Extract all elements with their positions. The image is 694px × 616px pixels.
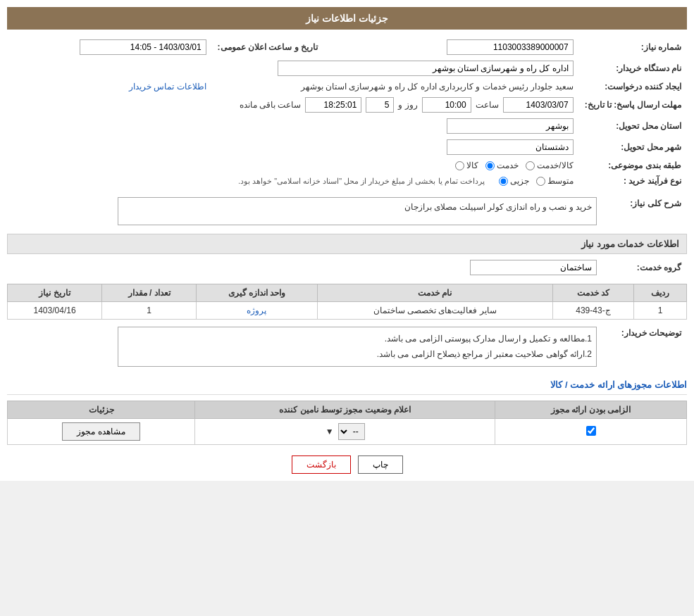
col-service-name: نام خدمت	[317, 284, 552, 302]
col-unit: واحد اندازه گیری	[197, 284, 318, 302]
purchase-type-option-jozii[interactable]: جزیی	[499, 176, 529, 186]
services-table-body: 1 ج-43-439 سایر فعالیت‌های تخصصی ساختمان…	[8, 302, 687, 320]
deadline-day-label: روز و	[398, 100, 417, 110]
row-need-number: شماره نیاز: تاریخ و ساعت اعلان عمومی:	[7, 37, 687, 58]
requester-link-cell: اطلاعات تماس خریدار	[7, 79, 212, 94]
need-number-input[interactable]	[447, 39, 574, 55]
permissions-header-row: الزامی بودن ارائه مجوز اعلام وضعیت مجوز …	[8, 401, 687, 419]
need-desc-value: خرید و نصب و راه اندازی کولر اسپیلت مصلا…	[7, 194, 602, 228]
services-data-table: ردیف کد خدمت نام خدمت واحد اندازه گیری ت…	[7, 284, 687, 320]
deadline-label: مهلت ارسال پاسخ: تا تاریخ:	[579, 94, 687, 115]
permissions-table-head: الزامی بودن ارائه مجوز اعلام وضعیت مجوز …	[8, 401, 687, 419]
page-title: جزئیات اطلاعات نیاز	[7, 7, 687, 30]
category-option-kala-khedmat-label: کالا/خدمت	[537, 161, 573, 170]
row-requester: ایجاد کننده درخواست: سعید جلودار رئیس خد…	[7, 79, 687, 94]
need-desc-text: خرید و نصب و راه اندازی کولر اسپیلت مصلا…	[404, 202, 592, 212]
purchase-type-note: پرداخت تمام یا بخشی از مبلغ خریدار از مح…	[238, 177, 485, 186]
buyer-org-label: نام دستگاه خریدار:	[579, 58, 687, 79]
perm-col-mandatory: الزامی بودن ارائه مجوز	[495, 401, 687, 419]
deadline-remaining-input[interactable]	[305, 97, 361, 113]
row-province: استان محل تحویل:	[7, 115, 687, 137]
category-option-kala[interactable]: کالا	[455, 161, 478, 170]
deadline-time-input[interactable]	[422, 97, 471, 113]
row-buyer-desc: توضیحات خریدار: 1.مطالعه و تکمیل و ارسال…	[7, 324, 687, 370]
city-input[interactable]	[447, 139, 574, 155]
permissions-table: الزامی بودن ارائه مجوز اعلام وضعیت مجوز …	[7, 401, 687, 445]
need-number-value	[323, 37, 579, 58]
table-row: 1 ج-43-439 سایر فعالیت‌های تخصصی ساختمان…	[8, 302, 687, 320]
dropdown-arrow-icon: ▼	[326, 427, 334, 436]
row-city: شهر محل تحویل:	[7, 137, 687, 158]
col-date: تاریخ نیاز	[8, 284, 102, 302]
page-wrapper: جزئیات اطلاعات نیاز شماره نیاز: تاریخ و …	[0, 0, 694, 481]
requester-link[interactable]: اطلاعات تماس خریدار	[129, 82, 206, 92]
permissions-table-body: -- ▼ مشاهده مجوز	[8, 419, 687, 445]
purchase-type-radio-jozii[interactable]	[499, 177, 508, 186]
category-option-khedmat[interactable]: خدمت	[485, 161, 519, 170]
purchase-type-motavasset-label: متوسط	[547, 176, 574, 186]
need-desc-table: شرح کلی نیاز: خرید و نصب و راه اندازی کو…	[7, 194, 687, 228]
deadline-date-input[interactable]	[503, 97, 574, 113]
service-group-table: گروه خدمت:	[7, 257, 687, 278]
deadline-day-input[interactable]	[366, 97, 394, 113]
buyer-org-value	[7, 58, 579, 79]
buyer-desc-line1: 1.مطالعه و تکمیل و ارسال مدارک پیوستی ال…	[123, 332, 592, 347]
buttons-row: چاپ بازگشت	[7, 455, 687, 474]
mandatory-checkbox[interactable]	[586, 426, 596, 436]
cell-quantity: 1	[102, 302, 197, 320]
buyer-desc-line2: 2.ارائه گواهی صلاحیت معتبر از مراجع ذیصل…	[123, 347, 592, 363]
deadline-values: ساعت روز و ساعت باقی مانده	[7, 94, 579, 115]
announce-date-value	[7, 37, 212, 58]
row-deadline: مهلت ارسال پاسخ: تا تاریخ: ساعت روز و سا…	[7, 94, 687, 115]
service-group-value	[7, 257, 602, 278]
service-group-input[interactable]	[470, 260, 597, 275]
col-quantity: تعداد / مقدار	[102, 284, 197, 302]
print-button[interactable]: چاپ	[358, 455, 403, 474]
category-option-kala-label: کالا	[466, 161, 478, 170]
perm-cell-mandatory	[495, 419, 687, 445]
row-category: طبقه بندی موضوعی: کالا/خدمت خدمت کالا	[7, 158, 687, 173]
purchase-type-option-motavasset[interactable]: متوسط	[536, 176, 574, 186]
view-permit-button[interactable]: مشاهده مجوز	[62, 422, 140, 441]
purchase-type-options: متوسط جزیی پرداخت تمام یا بخشی از مبلغ خ…	[7, 173, 579, 189]
cell-row-num: 1	[634, 302, 687, 320]
category-option-kala-khedmat[interactable]: کالا/خدمت	[526, 161, 573, 170]
province-label: استان محل تحویل:	[579, 115, 687, 137]
cell-date: 1403/04/16	[8, 302, 102, 320]
category-label: طبقه بندی موضوعی:	[579, 158, 687, 173]
row-purchase-type: نوع فرآیند خرید : متوسط جزیی پرداخت تمام…	[7, 173, 687, 189]
cell-service-code: ج-43-439	[552, 302, 633, 320]
buyer-org-input[interactable]	[278, 61, 574, 76]
purchase-type-radio-motavasset[interactable]	[536, 177, 545, 186]
buyer-desc-label: توضیحات خریدار:	[602, 324, 687, 370]
row-service-group: گروه خدمت:	[7, 257, 687, 278]
status-select[interactable]: --	[338, 423, 365, 440]
cell-unit: پروژه	[197, 302, 318, 320]
row-buyer-org: نام دستگاه خریدار:	[7, 58, 687, 79]
col-row-num: ردیف	[634, 284, 687, 302]
category-radio-khedmat[interactable]	[485, 161, 495, 170]
category-radio-kala[interactable]	[455, 161, 464, 170]
category-radio-kala-khedmat[interactable]	[526, 161, 535, 170]
back-button[interactable]: بازگشت	[292, 455, 351, 474]
need-desc-label-text: شرح کلی نیاز:	[630, 199, 681, 208]
deadline-time-label: ساعت	[476, 100, 499, 110]
buyer-desc-table: توضیحات خریدار: 1.مطالعه و تکمیل و ارسال…	[7, 324, 687, 370]
purchase-type-label: نوع فرآیند خرید :	[579, 173, 687, 189]
service-group-label: گروه خدمت:	[602, 257, 687, 278]
col-service-code: کد خدمت	[552, 284, 633, 302]
announce-date-input[interactable]	[80, 39, 206, 55]
category-options: کالا/خدمت خدمت کالا	[7, 158, 579, 173]
permits-section-title: اطلاعات مجوزهای ارائه خدمت / کالا	[7, 375, 687, 395]
permissions-section: الزامی بودن ارائه مجوز اعلام وضعیت مجوز …	[7, 401, 687, 445]
purchase-type-jozii-label: جزیی	[510, 176, 529, 186]
requester-label: ایجاد کننده درخواست:	[579, 79, 687, 94]
need-number-label: شماره نیاز:	[579, 37, 687, 58]
province-input[interactable]	[447, 118, 574, 134]
deadline-remaining-label: ساعت باقی مانده	[240, 100, 302, 110]
perm-cell-status: -- ▼	[195, 419, 495, 445]
perm-cell-details: مشاهده مجوز	[8, 419, 195, 445]
services-section-header: اطلاعات خدمات مورد نیاز	[7, 234, 687, 254]
province-value	[7, 115, 579, 137]
perm-col-details: جزئیات	[8, 401, 195, 419]
